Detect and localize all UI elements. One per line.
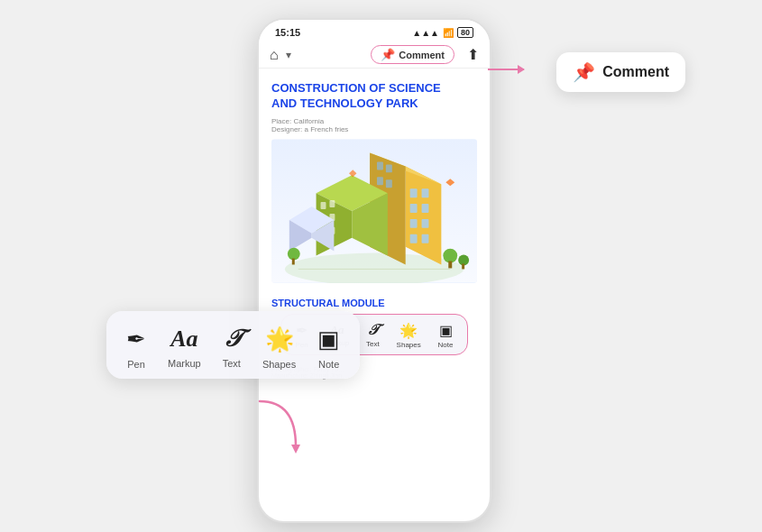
- arrow-curve-svg: [242, 392, 314, 464]
- shapes-label: Shapes: [262, 359, 296, 370]
- float-tool-note[interactable]: ▣ Note: [317, 326, 340, 370]
- svg-point-34: [288, 247, 300, 260]
- home-icon[interactable]: ⌂: [270, 47, 279, 63]
- book-cover: CONSTRUCTION OF SCIENCE AND TECHNOLOGY P…: [259, 69, 490, 290]
- text-label: Text: [223, 358, 241, 369]
- mini-tool-shapes[interactable]: 🌟 Shapes: [397, 322, 421, 349]
- battery-icon: 80: [457, 27, 473, 38]
- float-tool-shapes[interactable]: 🌟 Shapes: [262, 326, 296, 370]
- phone-toolbar: ⌂ ▾ 📌 Comment ⬆: [259, 41, 490, 69]
- floating-toolbar: ✒ Pen Aa Markup 𝒯 Text 🌟 Shapes ▣ Note: [106, 311, 360, 379]
- export-icon[interactable]: ⬆: [467, 46, 479, 63]
- svg-rect-8: [410, 204, 418, 213]
- svg-rect-21: [321, 202, 326, 209]
- wifi-icon: 📶: [443, 28, 454, 38]
- svg-rect-7: [422, 188, 429, 197]
- mini-shapes-icon: 🌟: [399, 322, 418, 339]
- svg-rect-12: [410, 234, 418, 243]
- mini-note-label: Note: [438, 341, 454, 349]
- comment-tooltip-icon: 📌: [573, 61, 595, 83]
- float-tool-pen[interactable]: ✒ Pen: [126, 326, 146, 370]
- svg-rect-10: [410, 219, 418, 228]
- svg-rect-33: [462, 263, 464, 269]
- status-bar: 15:15 ▲▲▲ 📶 80: [259, 20, 490, 41]
- shapes-icon: 🌟: [265, 326, 294, 353]
- structural-title: STRUCTURAL MODULE: [271, 298, 477, 308]
- svg-rect-35: [292, 258, 295, 264]
- svg-rect-31: [448, 261, 452, 268]
- mini-note-icon: ▣: [439, 322, 453, 339]
- status-icons: ▲▲▲ 📶 80: [412, 27, 473, 38]
- signal-icon: ▲▲▲: [412, 28, 439, 38]
- mini-text-icon: 𝒯: [368, 322, 377, 338]
- mini-tool-note[interactable]: ▣ Note: [438, 322, 454, 349]
- note-icon: ▣: [317, 326, 340, 353]
- chevron-icon[interactable]: ▾: [286, 49, 291, 61]
- markup-icon: Aa: [170, 326, 197, 353]
- text-icon: 𝒯: [225, 326, 239, 353]
- svg-marker-0: [291, 445, 300, 454]
- svg-rect-13: [422, 234, 429, 243]
- svg-rect-11: [422, 219, 429, 228]
- city-svg: [271, 139, 477, 283]
- svg-rect-22: [329, 200, 335, 207]
- markup-label: Markup: [168, 358, 201, 369]
- comment-btn-icon: 📌: [381, 48, 395, 61]
- pen-label: Pen: [127, 359, 145, 370]
- mini-text-label: Text: [366, 340, 380, 348]
- book-meta: Place: California Designer: a French fri…: [271, 117, 477, 133]
- svg-rect-16: [377, 177, 383, 185]
- svg-rect-6: [410, 188, 418, 197]
- arrow-comment: [488, 69, 524, 70]
- comment-btn-label: Comment: [399, 50, 445, 60]
- float-tool-text[interactable]: 𝒯 Text: [223, 326, 241, 369]
- status-time: 15:15: [275, 27, 300, 38]
- mini-tool-text[interactable]: 𝒯 Text: [366, 322, 380, 348]
- float-tool-markup[interactable]: Aa Markup: [168, 326, 201, 369]
- mini-shapes-label: Shapes: [397, 341, 421, 349]
- comment-tooltip: 📌 Comment: [556, 52, 685, 92]
- building-illustration: [271, 139, 477, 283]
- svg-point-30: [443, 248, 457, 262]
- svg-rect-15: [386, 164, 392, 172]
- comment-tooltip-label: Comment: [602, 64, 669, 80]
- note-label: Note: [318, 359, 339, 370]
- book-title: CONSTRUCTION OF SCIENCE AND TECHNOLOGY P…: [271, 81, 477, 112]
- svg-rect-9: [422, 204, 429, 213]
- svg-rect-14: [377, 161, 383, 170]
- svg-rect-17: [386, 179, 392, 188]
- comment-button[interactable]: 📌 Comment: [371, 45, 454, 64]
- pen-icon: ✒: [126, 326, 146, 353]
